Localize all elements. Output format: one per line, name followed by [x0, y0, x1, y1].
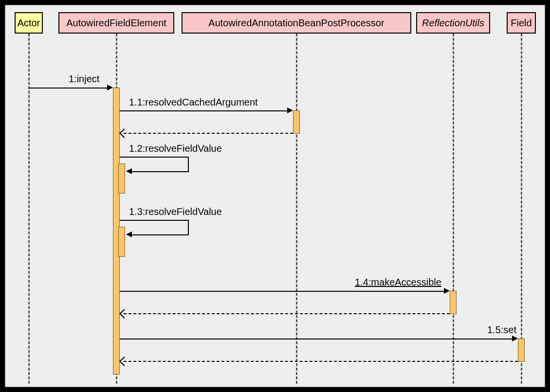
self-out-1-3: [120, 220, 188, 221]
diagram-frame: Actor AutowiredFieldElement AutowiredAnn…: [5, 5, 545, 387]
participant-aabpp: AutowiredAnnotationBeanPostProcessor: [182, 12, 411, 34]
activation-field: [518, 339, 525, 362]
arrow-make-accessible: [120, 291, 445, 292]
self-out-1-2: [120, 157, 188, 158]
lifeline-ru: [453, 34, 454, 384]
label-inject: 1:inject: [69, 73, 99, 85]
participant-reflection-utils: ReflectionUtils: [416, 12, 490, 34]
label-resolve-1-2: 1.2:resolveFieldValue: [129, 143, 222, 154]
arrowhead-make-accessible: [444, 288, 450, 294]
self-down-1-2: [188, 157, 189, 171]
return-set: [124, 361, 518, 362]
return-make-accessible: [124, 313, 450, 314]
participant-actor: Actor: [15, 12, 43, 34]
return-arrow-set: [119, 356, 129, 366]
return-resolved-cached: [124, 133, 293, 134]
arrow-inject: [29, 88, 108, 89]
arrow-set: [120, 339, 513, 339]
self-back-1-2: [131, 171, 189, 172]
self-arrow-1-3: [126, 232, 132, 237]
activation-self-1-3: [118, 227, 125, 257]
lifeline-aabpp: [296, 34, 297, 384]
self-arrow-1-2: [126, 168, 132, 174]
label-set: 1.5:set: [487, 324, 516, 336]
lifeline-actor: [28, 34, 30, 384]
arrowhead-set: [512, 336, 518, 341]
participant-autowired-field-element: AutowiredFieldElement: [58, 12, 174, 34]
arrowhead-inject: [107, 85, 113, 90]
arrowhead-resolved-cached: [287, 107, 293, 113]
activation-self-1-2: [118, 163, 125, 194]
activation-aabpp: [293, 110, 300, 134]
participant-field: Field: [507, 12, 536, 34]
self-back-1-3: [131, 234, 189, 235]
arrow-resolved-cached: [120, 110, 288, 111]
label-resolve-1-3: 1.3:resolveFieldValue: [129, 206, 222, 217]
self-down-1-3: [188, 220, 189, 234]
return-arrow-make-accessible: [119, 309, 129, 319]
return-arrow-resolved-cached: [119, 128, 129, 138]
label-resolved-cached: 1.1:resolvedCachedArgument: [129, 97, 258, 108]
label-make-accessible: 1.4:makeAccessible: [355, 277, 441, 288]
activation-ru: [450, 291, 457, 314]
lifeline-field: [521, 34, 522, 384]
